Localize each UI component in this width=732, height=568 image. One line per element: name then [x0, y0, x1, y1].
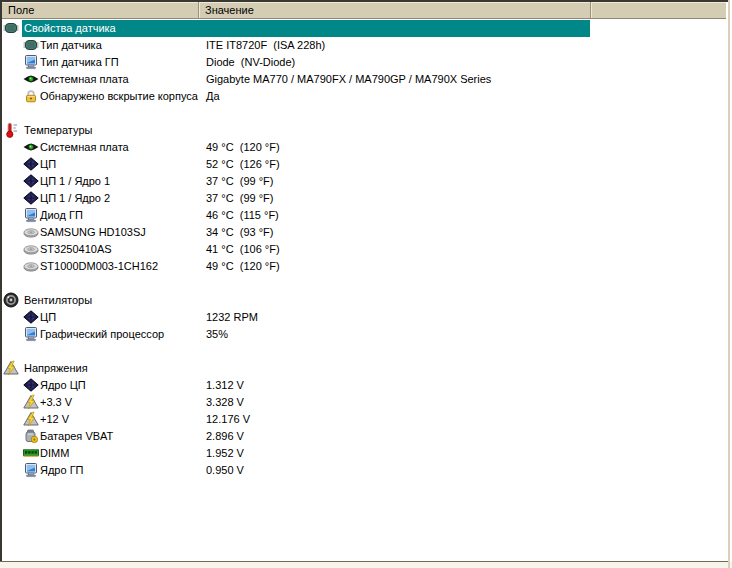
- row-value: 46 °C (115 °F): [206, 207, 279, 224]
- row-label: ЦП: [40, 309, 56, 326]
- row-value: 41 °C (106 °F): [206, 241, 280, 258]
- column-header-field[interactable]: Поле: [8, 2, 34, 18]
- row-value: 1232 RPM: [206, 309, 258, 326]
- row-label: Температуры: [24, 122, 92, 139]
- motherboard-icon: [23, 139, 39, 155]
- table-row[interactable]: DIMM1.952 V: [2, 445, 726, 462]
- table-row-spacer: [2, 105, 726, 122]
- row-value: 1.312 V: [206, 377, 244, 394]
- table-row[interactable]: Тип датчикаITE IT8720F (ISA 228h): [2, 37, 726, 54]
- voltage-icon: [23, 394, 39, 410]
- table-row-spacer: [2, 275, 726, 292]
- row-label: ЦП 1 / Ядро 2: [40, 190, 110, 207]
- row-label: Ядро ЦП: [40, 377, 86, 394]
- voltage-icon: [23, 411, 39, 427]
- table-row[interactable]: Ядро ЦП1.312 V: [2, 377, 726, 394]
- row-label: ST1000DM003-1CH162: [40, 258, 158, 275]
- cpu-icon: [23, 156, 39, 172]
- table-row[interactable]: ЦП1232 RPM: [2, 309, 726, 326]
- table-row[interactable]: +3.3 V3.328 V: [2, 394, 726, 411]
- row-label: Системная плата: [40, 71, 129, 88]
- row-label: Тип датчика ГП: [40, 54, 119, 71]
- row-value: 49 °C (120 °F): [206, 139, 280, 156]
- table-row[interactable]: ЦП 1 / Ядро 137 °C (99 °F): [2, 173, 726, 190]
- row-value: 34 °C (93 °F): [206, 224, 273, 241]
- table-row[interactable]: SAMSUNG HD103SJ34 °C (93 °F): [2, 224, 726, 241]
- cpu-icon: [23, 309, 39, 325]
- column-divider-highlight: [199, 2, 200, 18]
- row-value: 49 °C (120 °F): [206, 258, 280, 275]
- window-bottom-strip: [0, 562, 732, 568]
- hdd-icon: [23, 224, 39, 240]
- table-row[interactable]: Диод ГП46 °C (115 °F): [2, 207, 726, 224]
- row-value: Diode (NV-Diode): [206, 54, 295, 71]
- voltage-icon: [3, 360, 19, 376]
- row-value: ITE IT8720F (ISA 228h): [206, 37, 325, 54]
- table-row[interactable]: Вентиляторы: [2, 292, 726, 309]
- row-value: 35%: [206, 326, 228, 343]
- table-row[interactable]: Системная плата49 °C (120 °F): [2, 139, 726, 156]
- table-row[interactable]: ST3250410AS41 °C (106 °F): [2, 241, 726, 258]
- row-value: 52 °C (126 °F): [206, 156, 280, 173]
- table-row[interactable]: Обнаружено вскрытие корпусаДа: [2, 88, 726, 105]
- table-row[interactable]: Батарея VBAT2.896 V: [2, 428, 726, 445]
- row-label: ЦП 1 / Ядро 1: [40, 173, 110, 190]
- lock-icon: [23, 88, 39, 104]
- row-value: Gigabyte MA770 / MA790FX / MA790GP / MA7…: [206, 71, 491, 88]
- table-row[interactable]: Тип датчика ГПDiode (NV-Diode): [2, 54, 726, 71]
- row-label: Вентиляторы: [24, 292, 92, 309]
- sensor-list: Свойства датчикаТип датчикаITE IT8720F (…: [2, 20, 726, 479]
- table-row-spacer: [2, 343, 726, 360]
- table-row[interactable]: Напряжения: [2, 360, 726, 377]
- row-label: Тип датчика: [40, 37, 102, 54]
- gpu-icon: [23, 326, 39, 342]
- table-row[interactable]: +12 V12.176 V: [2, 411, 726, 428]
- row-value: 37 °C (99 °F): [206, 190, 273, 207]
- motherboard-icon: [23, 71, 39, 87]
- row-label: Диод ГП: [40, 207, 83, 224]
- row-label: +3.3 V: [40, 394, 72, 411]
- table-row[interactable]: Свойства датчика: [2, 20, 726, 37]
- column-header-value[interactable]: Значение: [205, 2, 254, 18]
- row-label: SAMSUNG HD103SJ: [40, 224, 146, 241]
- sensor-page: Поле Значение Свойства датчикаТип датчик…: [0, 0, 732, 568]
- row-label: ЦП: [40, 156, 56, 173]
- table-row[interactable]: ST1000DM003-1CH16249 °C (120 °F): [2, 258, 726, 275]
- table-row[interactable]: ЦП52 °C (126 °F): [2, 156, 726, 173]
- fan-icon: [3, 292, 19, 308]
- gpu-icon: [23, 207, 39, 223]
- column-divider-highlight: [591, 2, 592, 18]
- gpu-icon: [23, 54, 39, 70]
- table-row[interactable]: Системная платаGigabyte MA770 / MA790FX …: [2, 71, 726, 88]
- battery-icon: [23, 428, 39, 444]
- dimm-icon: [23, 445, 39, 461]
- chip-icon: [3, 20, 19, 36]
- row-value: 3.328 V: [206, 394, 244, 411]
- gpu-icon: [23, 462, 39, 478]
- hdd-icon: [23, 258, 39, 274]
- cpu-icon: [23, 377, 39, 393]
- column-header-row: Поле Значение: [2, 2, 726, 19]
- cpu-icon: [23, 173, 39, 189]
- row-value: 0.950 V: [206, 462, 244, 479]
- row-label: Батарея VBAT: [40, 428, 113, 445]
- table-row[interactable]: Графический процессор35%: [2, 326, 726, 343]
- chip-icon: [23, 37, 39, 53]
- table-row[interactable]: ЦП 1 / Ядро 237 °C (99 °F): [2, 190, 726, 207]
- table-row[interactable]: Ядро ГП0.950 V: [2, 462, 726, 479]
- row-label: Напряжения: [24, 360, 88, 377]
- row-value: 37 °C (99 °F): [206, 173, 273, 190]
- row-label: DIMM: [40, 445, 69, 462]
- row-label: Ядро ГП: [40, 462, 84, 479]
- row-value: Да: [206, 88, 220, 105]
- row-label: Свойства датчика: [24, 20, 116, 37]
- row-label: Графический процессор: [40, 326, 164, 343]
- window-border-right: [728, 0, 730, 568]
- cpu-icon: [23, 190, 39, 206]
- table-row[interactable]: Температуры: [2, 122, 726, 139]
- row-value: 12.176 V: [206, 411, 250, 428]
- thermometer-icon: [3, 122, 19, 138]
- row-value: 1.952 V: [206, 445, 244, 462]
- row-label: +12 V: [40, 411, 69, 428]
- row-label: ST3250410AS: [40, 241, 112, 258]
